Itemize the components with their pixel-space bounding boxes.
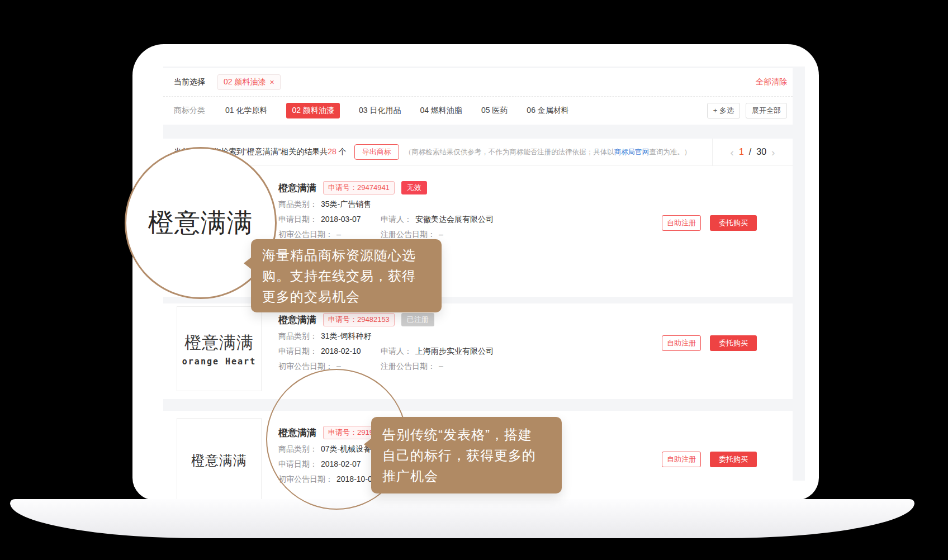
filter-card: 当前选择 02 颜料油漆 × 全部清除 商标分类 01 化学原料 02 颜料油漆… <box>163 68 793 125</box>
application-number-value: 29482153 <box>357 315 390 324</box>
self-register-button[interactable]: 自助注册 <box>662 215 701 231</box>
field-value: – <box>439 360 443 372</box>
row-actions: 自助注册 委托购买 <box>662 452 757 467</box>
trademark-image: 橙意满满 <box>177 418 262 500</box>
field-value: 安徽美达会展有限公司 <box>415 213 494 225</box>
trademark-name: 橙意满满 <box>278 314 316 326</box>
application-number-chip: 申请号：29482153 <box>323 313 395 326</box>
laptop-base <box>10 499 914 538</box>
field-label: 注册公告日期： <box>381 360 435 372</box>
tooltip-line: 更多的交易机会 <box>262 286 430 307</box>
tooltip-line: 自己的标行，获得更多的 <box>382 445 551 466</box>
tab-medicine[interactable]: 05 医药 <box>481 106 508 116</box>
field-value: 35类-广告销售 <box>321 198 371 210</box>
tooltip-line: 推广机会 <box>382 466 551 486</box>
trademark-name: 橙意满满 <box>278 182 316 194</box>
category-label: 商标分类 <box>174 106 205 116</box>
page-divider: / <box>749 147 751 157</box>
magnified-trademark-text: 橙意满满 <box>148 206 253 240</box>
category-row: 商标分类 01 化学原料 02 颜料油漆 03 日化用品 04 燃料油脂 05 … <box>163 97 793 125</box>
trademark-image-subtext: orange Heart <box>182 357 256 367</box>
row-actions: 自助注册 委托购买 <box>662 335 757 351</box>
tooltip-line: 告别传统“发表格”，搭建 <box>382 424 551 445</box>
selected-filter-chip-label: 02 颜料油漆 <box>224 77 266 87</box>
application-number-value: 29474941 <box>357 183 390 192</box>
status-badge-invalid: 无效 <box>401 181 427 194</box>
multi-select-button[interactable]: + 多选 <box>707 103 740 118</box>
category-tabs: 01 化学原料 02 颜料油漆 03 日化用品 04 燃料油脂 05 医药 06… <box>225 103 569 118</box>
chip-close-icon[interactable]: × <box>269 78 274 87</box>
tooltip-line: 海量精品商标资源随心选 <box>262 245 430 265</box>
tooltip-line: 购。支持在线交易，获得 <box>262 265 430 286</box>
field-label: 申请人： <box>381 213 412 225</box>
application-number-label: 申请号： <box>328 315 357 324</box>
entrust-purchase-button[interactable]: 委托购买 <box>710 452 757 467</box>
tooltip-arrow-icon <box>364 438 372 450</box>
application-number-label: 申请号： <box>328 183 357 192</box>
disclaimer-text: （商标检索结果仅供参考，不作为商标能否注册的法律依据；具体以商标局官网查询为准。… <box>405 148 691 157</box>
results-header-row: 当前分类为您检索到“橙意满满”相关的结果共28 个 导出商标 （商标检索结果仅供… <box>163 139 793 166</box>
application-number-chip: 申请号：29474941 <box>323 181 395 194</box>
tab-metal-materials[interactable]: 06 金属材料 <box>527 106 568 116</box>
category-actions: + 多选 展开全部 <box>707 103 787 118</box>
tab-daily-chemicals[interactable]: 03 日化用品 <box>359 106 401 116</box>
entrust-purchase-button[interactable]: 委托购买 <box>710 335 757 351</box>
tab-chemical-materials[interactable]: 01 化学原料 <box>225 106 267 116</box>
row-actions: 自助注册 委托购买 <box>662 215 757 231</box>
field-label: 申请日期： <box>278 213 317 225</box>
results-count: 28 <box>328 147 336 156</box>
expand-all-button[interactable]: 展开全部 <box>746 103 787 118</box>
export-trademark-button[interactable]: 导出商标 <box>354 144 399 160</box>
trademark-image-text: 橙意满满 <box>191 452 247 469</box>
prev-page-icon[interactable]: ‹ <box>731 147 734 158</box>
field-value: 2018-03-07 <box>321 213 361 225</box>
pagination: ‹ 1 / 30 › <box>712 139 793 166</box>
current-selection-label: 当前选择 <box>174 77 205 87</box>
clear-all-button[interactable]: 全部清除 <box>756 77 787 87</box>
trademark-result-row: 橙意满满 orange Heart 橙意满满 申请号：29482153 已注册 … <box>163 303 793 399</box>
results-card: 橙意满满 orange Heart 橙意满满 申请号：29482153 已注册 … <box>163 303 793 399</box>
summary-suffix: 个 <box>336 147 347 156</box>
current-page: 1 <box>739 147 744 157</box>
tooltip-promotion: 告别传统“发表格”，搭建 自己的标行，获得更多的 推广机会 <box>371 417 562 493</box>
entrust-purchase-button[interactable]: 委托购买 <box>710 215 757 231</box>
trademark-image-text: 橙意满满 <box>184 331 254 354</box>
field-value: – <box>439 229 443 240</box>
trademark-image: 橙意满满 orange Heart <box>177 306 262 391</box>
field-label: 注册公告日期： <box>381 229 435 240</box>
tooltip-marketplace: 海量精品商标资源随心选 购。支持在线交易，获得 更多的交易机会 <box>251 239 442 312</box>
total-pages: 30 <box>756 147 766 157</box>
selected-filter-chip[interactable]: 02 颜料油漆 × <box>217 74 281 90</box>
status-badge-registered: 已注册 <box>401 313 434 326</box>
next-page-icon[interactable]: › <box>771 147 775 158</box>
trademark-office-link[interactable]: 商标局官网 <box>614 148 650 156</box>
field-value: 2018-02-10 <box>321 345 361 357</box>
disclaimer-suffix: 查询为准。） <box>649 148 691 156</box>
field-label: 商品类别： <box>278 330 317 341</box>
field-label: 商品类别： <box>278 198 317 210</box>
self-register-button[interactable]: 自助注册 <box>662 452 701 467</box>
current-selection-row: 当前选择 02 颜料油漆 × 全部清除 <box>163 68 793 97</box>
tab-fuel-grease[interactable]: 04 燃料油脂 <box>420 106 462 116</box>
field-value: – <box>336 229 341 240</box>
field-label: 申请人： <box>381 345 412 357</box>
tooltip-arrow-icon <box>244 257 252 269</box>
field-value: 上海雨步实业有限公司 <box>415 345 494 357</box>
self-register-button[interactable]: 自助注册 <box>662 335 701 351</box>
disclaimer-prefix: （商标检索结果仅供参考，不作为商标能否注册的法律依据；具体以 <box>405 148 614 156</box>
tab-pigment-paint-active[interactable]: 02 颜料油漆 <box>286 103 339 118</box>
field-label: 初审公告日期： <box>278 229 333 240</box>
field-label: 申请日期： <box>278 345 317 357</box>
field-value: 31类-饲料种籽 <box>321 330 371 341</box>
